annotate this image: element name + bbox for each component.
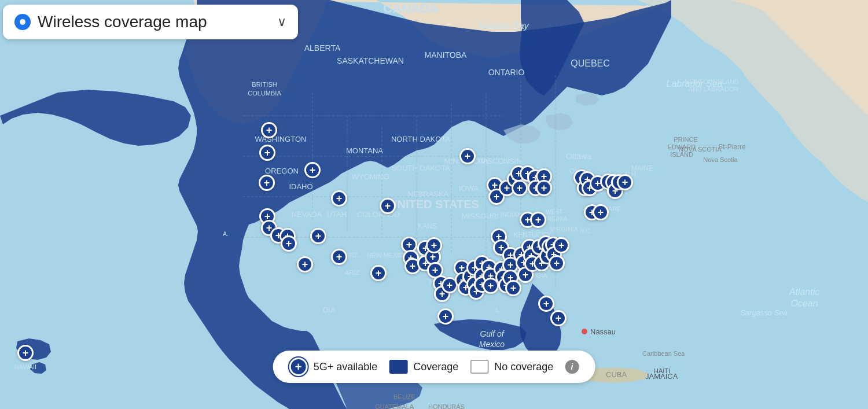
page-title: Wireless coverage map xyxy=(38,13,270,31)
map-marker[interactable]: + xyxy=(17,345,34,361)
svg-text:AND LABRADOR: AND LABRADOR xyxy=(689,86,739,93)
map-marker[interactable]: + xyxy=(617,174,633,190)
svg-text:Ottawa: Ottawa xyxy=(566,152,592,161)
svg-text:Caribbean Sea: Caribbean Sea xyxy=(642,350,685,357)
map-marker[interactable]: + xyxy=(553,237,569,253)
map-marker[interactable]: + xyxy=(259,175,275,191)
svg-text:PRINCE: PRINCE xyxy=(674,136,698,143)
coverage-swatch xyxy=(389,360,407,374)
svg-text:CANADA: CANADA xyxy=(383,1,438,16)
map-container: CANADA UNITED STATES WASHINGTON OREGON I… xyxy=(0,0,868,409)
svg-text:WASHINGTON: WASHINGTON xyxy=(255,135,307,143)
svg-text:St-Pierre: St-Pierre xyxy=(718,143,746,151)
map-marker[interactable]: + xyxy=(512,180,528,196)
svg-text:SASKATCHEWAN: SASKATCHEWAN xyxy=(337,56,404,65)
legend-no-coverage: No coverage xyxy=(470,360,553,374)
svg-text:UNITED STATES: UNITED STATES xyxy=(389,198,479,211)
map-marker[interactable]: + xyxy=(310,228,326,244)
map-marker[interactable]: + xyxy=(281,235,297,252)
svg-text:QUEBEC: QUEBEC xyxy=(571,58,610,68)
legend-coverage-label: Coverage xyxy=(413,361,458,373)
svg-text:ARIZ.: ARIZ. xyxy=(345,269,361,276)
map-marker[interactable]: + xyxy=(437,308,454,325)
svg-text:Nova Scotia: Nova Scotia xyxy=(703,156,738,163)
svg-text:BELIZE: BELIZE xyxy=(393,393,415,400)
svg-text:VIRGINIA: VIRGINIA xyxy=(550,226,579,233)
map-marker[interactable]: + xyxy=(331,249,347,265)
svg-text:OREGON: OREGON xyxy=(265,167,299,175)
svg-text:HAITI: HAITI xyxy=(654,367,670,374)
svg-text:BRITISH: BRITISH xyxy=(252,81,277,88)
map-marker[interactable]: + xyxy=(550,310,567,326)
title-card[interactable]: Wireless coverage map ∨ xyxy=(3,5,298,39)
map-marker[interactable]: + xyxy=(530,212,546,228)
info-icon[interactable]: i xyxy=(565,360,579,374)
svg-point-57 xyxy=(582,329,587,334)
svg-text:Sargasso Sea: Sargasso Sea xyxy=(740,308,788,317)
svg-text:NEWFOUNDLAND: NEWFOUNDLAND xyxy=(685,78,739,85)
svg-text:KANS.: KANS. xyxy=(418,222,439,230)
svg-text:ONTARIO: ONTARIO xyxy=(488,68,525,77)
svg-text:Nassau: Nassau xyxy=(590,327,616,336)
svg-text:MAINE: MAINE xyxy=(631,164,653,172)
map-marker[interactable]: + xyxy=(593,204,609,220)
map-marker[interactable]: + xyxy=(549,255,565,271)
svg-text:NORTH DAKOTA: NORTH DAKOTA xyxy=(391,135,450,143)
svg-text:NEVADA: NEVADA xyxy=(292,210,322,219)
map-marker[interactable]: + xyxy=(426,237,442,253)
wireless-icon xyxy=(14,14,31,30)
svg-text:Hudson Bay: Hudson Bay xyxy=(478,21,529,31)
svg-text:WYOMING: WYOMING xyxy=(352,172,389,181)
map-marker[interactable]: + xyxy=(505,280,521,296)
map-marker[interactable]: + xyxy=(331,190,347,207)
svg-text:MONTANA: MONTANA xyxy=(346,146,383,155)
svg-text:Mexico: Mexico xyxy=(479,340,505,349)
map-svg: CANADA UNITED STATES WASHINGTON OREGON I… xyxy=(0,0,868,409)
chevron-down-icon: ∨ xyxy=(277,14,286,30)
svg-text:Gulf of: Gulf of xyxy=(480,329,505,338)
legend: + 5G+ available Coverage No coverage i xyxy=(273,351,595,383)
map-marker[interactable]: + xyxy=(459,148,476,164)
legend-no-coverage-label: No coverage xyxy=(494,361,553,373)
svg-text:COLUMBIA: COLUMBIA xyxy=(248,90,281,97)
legend-5g: + 5G+ available xyxy=(289,358,378,376)
5g-icon: + xyxy=(289,358,308,376)
map-marker[interactable]: + xyxy=(304,162,321,178)
map-marker[interactable]: + xyxy=(538,296,554,312)
svg-text:WEST: WEST xyxy=(546,209,563,215)
legend-5g-label: 5G+ available xyxy=(314,361,378,373)
no-coverage-swatch xyxy=(470,360,488,374)
svg-text:GUATEMALA: GUATEMALA xyxy=(375,403,414,409)
svg-text:EDWARD: EDWARD xyxy=(668,143,696,150)
svg-text:UTAH: UTAH xyxy=(327,210,347,219)
legend-coverage: Coverage xyxy=(389,360,458,374)
svg-text:IOWA: IOWA xyxy=(459,184,479,193)
map-marker[interactable]: + xyxy=(259,145,275,161)
svg-text:CUBA: CUBA xyxy=(606,370,627,379)
map-marker[interactable]: + xyxy=(297,256,313,272)
svg-text:ISLAND: ISLAND xyxy=(670,151,693,158)
svg-text:MANITOBA: MANITOBA xyxy=(425,50,468,60)
map-marker[interactable]: + xyxy=(380,198,396,214)
svg-text:HONDURAS: HONDURAS xyxy=(428,403,465,409)
svg-text:MISSOURI: MISSOURI xyxy=(462,212,499,220)
svg-text:NEBRASKA: NEBRASKA xyxy=(408,190,449,198)
map-marker[interactable]: + xyxy=(536,180,552,196)
svg-text:N.C.: N.C. xyxy=(580,228,591,234)
svg-text:IDAHO: IDAHO xyxy=(289,182,312,191)
svg-text:Atlantic: Atlantic xyxy=(789,287,819,297)
svg-text:HAWAII: HAWAII xyxy=(14,363,36,370)
map-marker[interactable]: + xyxy=(261,122,277,138)
svg-text:SOUTH DAKOTA: SOUTH DAKOTA xyxy=(391,164,450,172)
map-marker[interactable]: + xyxy=(370,265,387,281)
svg-text:Ocean: Ocean xyxy=(790,299,818,308)
svg-text:WISCONSIN: WISCONSIN xyxy=(478,157,521,165)
svg-text:ALBERTA: ALBERTA xyxy=(304,43,341,53)
